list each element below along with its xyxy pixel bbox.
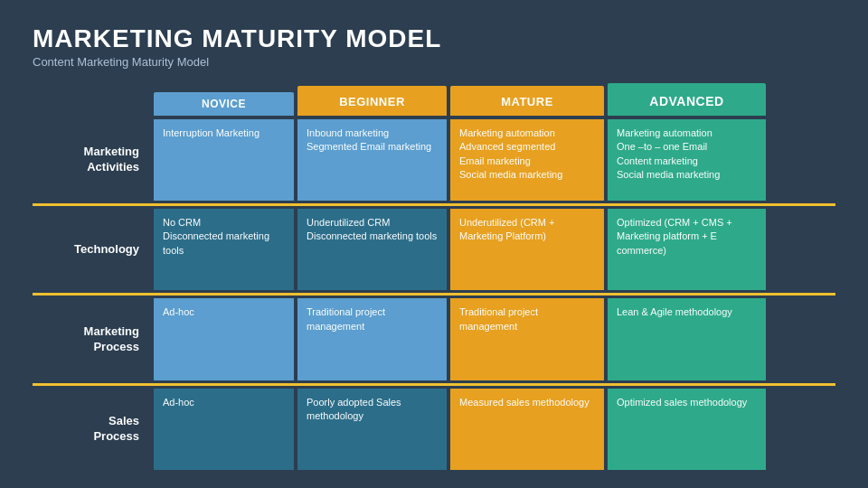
- row-label-sales-process: SalesProcess: [33, 389, 150, 470]
- data-rows: MarketingActivitiesInterruption Marketin…: [33, 119, 835, 470]
- row-divider: [33, 383, 835, 386]
- cell-marketing-process-mature: Traditional project management: [450, 298, 604, 380]
- row-label-text-marketing-activities: MarketingActivities: [84, 145, 139, 175]
- cell-sales-process-novice: Ad-hoc: [154, 389, 294, 470]
- cell-sales-process-beginner: Poorly adopted Sales methodology: [297, 389, 447, 470]
- row-divider: [33, 203, 835, 206]
- row-label-marketing-process: MarketingProcess: [33, 298, 150, 380]
- row-sales-process: SalesProcessAd-hocPoorly adopted Sales m…: [33, 389, 835, 470]
- cell-marketing-activities-advanced: Marketing automation One –to – one Email…: [608, 119, 766, 201]
- cell-technology-beginner: Underutilized CRM Disconnected marketing…: [297, 209, 447, 290]
- row-label-text-marketing-process: MarketingProcess: [84, 324, 139, 355]
- row-technology: TechnologyNo CRM Disconnected marketing …: [33, 209, 835, 290]
- row-label-text-sales-process: SalesProcess: [93, 414, 139, 445]
- col-header-advanced: ADVANCED: [608, 83, 766, 116]
- header: MARKETING MATURITY MODEL Content Marketi…: [33, 25, 835, 69]
- col-header-beginner: BEGINNER: [297, 86, 447, 116]
- row-divider: [33, 293, 835, 296]
- cell-sales-process-advanced: Optimized sales methodology: [608, 389, 766, 470]
- page: MARKETING MATURITY MODEL Content Marketi…: [0, 0, 868, 488]
- maturity-table: NOVICE BEGINNER MATURE ADVANCED Marketin…: [33, 83, 835, 470]
- row-label-text-technology: Technology: [74, 242, 139, 258]
- cell-marketing-activities-novice: Interruption Marketing: [154, 119, 294, 201]
- col-header-mature: MATURE: [450, 86, 604, 116]
- cell-sales-process-mature: Measured sales methodology: [450, 389, 604, 470]
- main-title: MARKETING MATURITY MODEL: [33, 25, 835, 53]
- cell-marketing-process-beginner: Traditional project management: [297, 298, 447, 380]
- row-marketing-process: MarketingProcessAd-hocTraditional projec…: [33, 298, 835, 380]
- cell-technology-mature: Underutilized (CRM + Marketing Platform): [450, 209, 604, 290]
- cell-technology-novice: No CRM Disconnected marketing tools: [154, 209, 294, 290]
- col-header-novice: NOVICE: [154, 92, 294, 116]
- cell-technology-advanced: Optimized (CRM + CMS + Marketing platfor…: [608, 209, 766, 290]
- row-label-marketing-activities: MarketingActivities: [33, 119, 150, 201]
- column-headers: NOVICE BEGINNER MATURE ADVANCED: [33, 83, 835, 116]
- row-label-technology: Technology: [33, 209, 150, 290]
- sub-title: Content Marketing Maturity Model: [33, 55, 835, 69]
- cell-marketing-activities-beginner: Inbound marketing Segmented Email market…: [297, 119, 447, 201]
- row-marketing-activities: MarketingActivitiesInterruption Marketin…: [33, 119, 835, 201]
- cell-marketing-process-advanced: Lean & Agile methodology: [608, 298, 766, 380]
- cell-marketing-activities-mature: Marketing automation Advanced segmented …: [450, 119, 604, 201]
- cell-marketing-process-novice: Ad-hoc: [154, 298, 294, 380]
